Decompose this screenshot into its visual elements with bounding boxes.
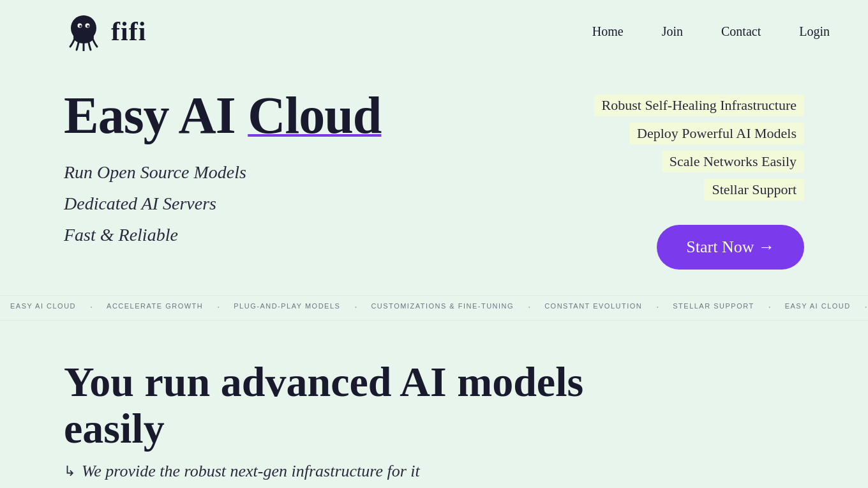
start-now-button[interactable]: Start Now → (657, 225, 804, 270)
nav-login[interactable]: Login (799, 24, 830, 39)
hero-section: Easy AI Cloud Run Open Source Models Ded… (0, 63, 868, 295)
svg-point-3 (79, 25, 82, 27)
bottom-section: You run advanced AI models easily ↳ We p… (0, 321, 868, 488)
fifi-logo-icon (64, 11, 103, 51)
nav-links: Home Join Contact Login (592, 24, 830, 39)
hero-title: Easy AI Cloud (64, 88, 479, 143)
ticker-item: CONSTANT EVOLUTION (534, 302, 652, 314)
subtitle-line-3: Fast & Reliable (64, 221, 479, 250)
ticker-item: EASY AI CLOUD (775, 302, 861, 314)
arrow-icon: ↳ (64, 463, 75, 480)
hero-right: Robust Self-Healing Infrastructure Deplo… (568, 88, 804, 270)
ticker-banner: EASY AI CLOUD · ACCELERATE GROWTH · PLUG… (0, 295, 868, 321)
ticker-item: EASY AI CLOUD (0, 302, 86, 314)
nav-home[interactable]: Home (592, 24, 624, 39)
ticker-track: EASY AI CLOUD · ACCELERATE GROWTH · PLUG… (0, 302, 868, 314)
ticker-item: STELLAR SUPPORT (662, 302, 764, 314)
hero-left: Easy AI Cloud Run Open Source Models Ded… (64, 88, 479, 249)
feature-1: Robust Self-Healing Infrastructure (594, 95, 804, 116)
feature-2: Deploy Powerful AI Models (629, 123, 804, 144)
feature-4: Stellar Support (704, 179, 804, 201)
nav-join[interactable]: Join (662, 24, 683, 39)
bottom-title: You run advanced AI models easily (64, 359, 587, 452)
ticker-item: ACCELERATE GROWTH (96, 302, 213, 314)
hero-subtitle: Run Open Source Models Dedicated AI Serv… (64, 158, 479, 249)
logo-area[interactable]: fifi (64, 11, 146, 51)
ticker-item: PLUG-AND-PLAY MODELS (223, 302, 350, 314)
navbar: fifi Home Join Contact Login (0, 0, 868, 63)
nav-contact[interactable]: Contact (721, 24, 761, 39)
bottom-subtitle-text: We provide the robust next-gen infrastru… (82, 462, 420, 481)
subtitle-line-1: Run Open Source Models (64, 158, 479, 187)
feature-3: Scale Networks Easily (662, 151, 804, 172)
svg-point-4 (87, 25, 89, 27)
ticker-item: CUSTOMIZATIONS & FINE-TUNING (361, 302, 524, 314)
bottom-subtitle: ↳ We provide the robust next-gen infrast… (64, 462, 804, 481)
logo-text: fifi (111, 16, 146, 47)
svg-point-5 (73, 31, 94, 43)
subtitle-line-2: Dedicated AI Servers (64, 190, 479, 218)
